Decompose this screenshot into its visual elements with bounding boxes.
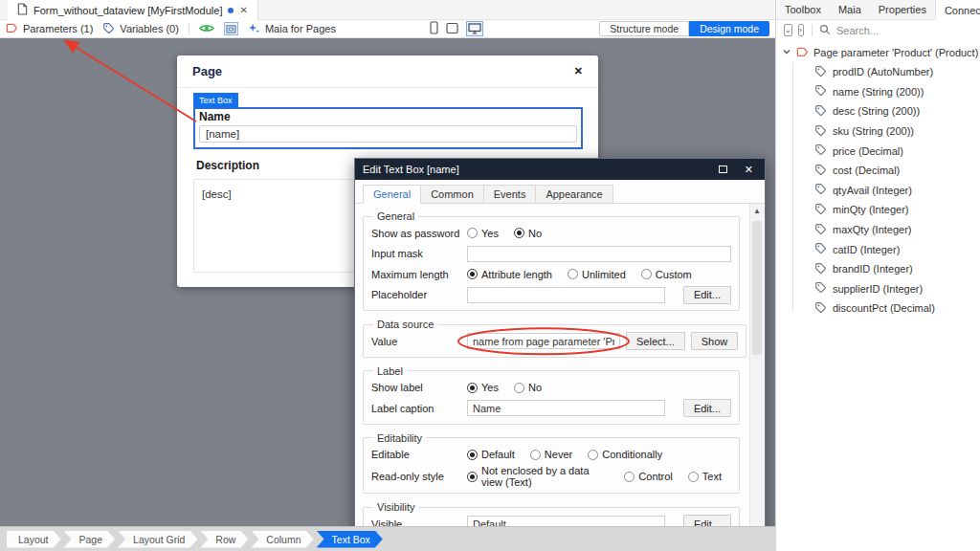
dock-tab-properties[interactable]: Properties bbox=[870, 0, 935, 19]
dialog-tab-bar: GeneralCommonEventsAppearance bbox=[355, 180, 765, 204]
tree-item-cost-decimal[interactable]: cost (Decimal) bbox=[776, 161, 980, 181]
breadcrumb-text-box[interactable]: Text Box bbox=[317, 531, 383, 548]
field-label-placeholder: Placeholder bbox=[371, 289, 467, 300]
radio-maximum-length-unlimited[interactable]: Unlimited bbox=[568, 269, 626, 280]
tab-close-icon[interactable]: ✕ bbox=[239, 5, 247, 15]
tree-root-page-parameter[interactable]: Page parameter 'Product' (Product) bbox=[776, 43, 980, 62]
page-editor-toolbar: Parameters (1) Variables (0) Maia for Pa… bbox=[0, 20, 775, 38]
field-row-placeholder: PlaceholderEdit... bbox=[371, 285, 731, 306]
field-control-label-caption: Edit... bbox=[467, 399, 731, 417]
textbox-widget[interactable]: Name [name] bbox=[193, 107, 583, 149]
radio-read-only-style-not-enclosed-by-a-data-view-text[interactable]: Not enclosed by a data view (Text) bbox=[467, 465, 609, 488]
breadcrumb-page[interactable]: Page bbox=[64, 531, 116, 548]
radio-read-only-style-control[interactable]: Control bbox=[624, 471, 672, 482]
design-mode-button[interactable]: Design mode bbox=[689, 21, 769, 36]
dialog-close-icon[interactable]: ✕ bbox=[745, 164, 753, 176]
dialog-titlebar[interactable]: Edit Text Box [name] ✕ bbox=[355, 159, 765, 180]
section-data-source: Data sourceValueSelect...Show bbox=[363, 319, 746, 358]
radio-read-only-style-text[interactable]: Text bbox=[688, 471, 722, 482]
field-label-show-as-password: Show as password bbox=[371, 228, 467, 239]
dialog-tab-common[interactable]: Common bbox=[420, 185, 484, 204]
search-input[interactable] bbox=[836, 25, 972, 36]
desktop-preview-icon-selected[interactable] bbox=[466, 21, 483, 36]
dialog-tab-appearance[interactable]: Appearance bbox=[535, 185, 612, 204]
radio-show-as-password-yes[interactable]: Yes bbox=[467, 228, 499, 239]
tree-item-name-string-200[interactable]: name (String (200)) bbox=[776, 82, 980, 102]
radio-maximum-length-attribute-length[interactable]: Attribute length bbox=[467, 269, 552, 280]
show-borders-toggle-icon[interactable] bbox=[224, 22, 238, 35]
tree-item-price-decimal[interactable]: price (Decimal) bbox=[776, 141, 980, 161]
radio-circle bbox=[467, 228, 478, 238]
structure-mode-button[interactable]: Structure mode bbox=[599, 21, 689, 36]
scrollbar-thumb[interactable] bbox=[752, 221, 762, 355]
select-button[interactable]: Select... bbox=[626, 332, 685, 350]
field-row-show-label: Show labelYesNo bbox=[371, 378, 731, 399]
radio-show-as-password-no[interactable]: No bbox=[514, 228, 542, 239]
breadcrumb-layout-grid[interactable]: Layout Grid bbox=[118, 531, 197, 548]
radio-circle bbox=[467, 472, 478, 482]
value-input[interactable] bbox=[467, 333, 620, 349]
visible-input[interactable] bbox=[467, 516, 665, 526]
edit-button[interactable]: Edit... bbox=[683, 399, 731, 417]
radio-editable-default[interactable]: Default bbox=[467, 449, 515, 460]
radio-label: No bbox=[528, 382, 542, 393]
radio-editable-never[interactable]: Never bbox=[530, 449, 572, 460]
radio-circle bbox=[568, 269, 578, 279]
tree-item-prodid-autonumber[interactable]: prodID (AutoNumber) bbox=[776, 62, 980, 82]
variables-button[interactable]: Variables (0) bbox=[102, 22, 179, 36]
page-close-icon[interactable]: ✕ bbox=[574, 65, 583, 77]
document-tab[interactable]: Form_without_dataview [MyFirstModule] ✕ bbox=[8, 0, 258, 20]
dialog-tab-events[interactable]: Events bbox=[483, 185, 537, 204]
radio-editable-conditionally[interactable]: Conditionally bbox=[588, 449, 662, 460]
edit-button[interactable]: Edit... bbox=[683, 515, 731, 526]
maximize-icon[interactable] bbox=[719, 165, 727, 173]
tree-item-maxqty-integer[interactable]: maxQty (Integer) bbox=[776, 220, 980, 240]
expand-all-icon[interactable]: ⌄ bbox=[784, 24, 792, 36]
tablet-preview-icon[interactable] bbox=[446, 22, 458, 36]
input-mask-input[interactable] bbox=[467, 246, 731, 262]
tree-item-qtyavail-integer[interactable]: qtyAvail (Integer) bbox=[776, 181, 980, 201]
parameters-button[interactable]: Parameters (1) bbox=[6, 22, 93, 36]
dialog-tab-general[interactable]: General bbox=[363, 185, 421, 204]
tree-item-label: price (Decimal) bbox=[833, 145, 903, 157]
page-title: Page bbox=[192, 64, 222, 78]
radio-label: Conditionally bbox=[602, 449, 662, 460]
textbox-value[interactable]: [name] bbox=[199, 125, 577, 143]
collapse-all-icon[interactable]: › bbox=[798, 24, 804, 36]
dock-tab-toolbox[interactable]: Toolbox bbox=[776, 0, 830, 19]
tree-item-brandid-integer[interactable]: brandID (Integer) bbox=[776, 259, 980, 279]
label-caption-input[interactable] bbox=[467, 400, 665, 416]
phone-preview-icon[interactable] bbox=[430, 21, 438, 36]
radio-show-label-no[interactable]: No bbox=[514, 382, 542, 393]
variables-label: Variables (0) bbox=[120, 23, 179, 34]
field-label-input-mask: Input mask bbox=[371, 248, 467, 259]
breadcrumb-layout[interactable]: Layout bbox=[7, 531, 61, 548]
tree-item-sku-string-200[interactable]: sku (String (200)) bbox=[776, 121, 980, 142]
attribute-tag-icon bbox=[814, 183, 827, 197]
scroll-up-icon[interactable]: ▲ bbox=[750, 204, 764, 215]
attribute-tag-icon bbox=[814, 262, 827, 276]
radio-maximum-length-custom[interactable]: Custom bbox=[641, 269, 692, 280]
dialog-scrollbar[interactable]: ▲ bbox=[749, 204, 764, 526]
tree-item-discountpct-decimal[interactable]: discountPct (Decimal) bbox=[776, 298, 980, 319]
breadcrumb-row[interactable]: Row bbox=[200, 531, 248, 548]
tree-item-catid-integer[interactable]: catID (Integer) bbox=[776, 239, 980, 259]
tree-item-desc-string-200[interactable]: desc (String (200)) bbox=[776, 101, 980, 121]
dock-tab-maia[interactable]: Maia bbox=[830, 0, 870, 19]
radio-circle bbox=[514, 383, 524, 393]
dock-tab-connector[interactable]: Connector bbox=[935, 0, 980, 20]
radio-circle bbox=[514, 228, 524, 238]
maia-for-pages-button[interactable]: Maia for Pages bbox=[248, 22, 336, 36]
radio-label: Yes bbox=[481, 382, 499, 393]
preview-eye-icon[interactable] bbox=[199, 23, 214, 35]
radio-show-label-yes[interactable]: Yes bbox=[467, 382, 499, 393]
tree-item-minqty-integer[interactable]: minQty (Integer) bbox=[776, 200, 980, 220]
edit-button[interactable]: Edit... bbox=[683, 286, 731, 304]
tree-root-label: Page parameter 'Product' (Product) bbox=[813, 47, 978, 58]
tree-item-supplierid-integer[interactable]: supplierID (Integer) bbox=[776, 279, 980, 299]
placeholder-input[interactable] bbox=[467, 287, 665, 303]
show-button[interactable]: Show bbox=[691, 332, 739, 350]
chevron-down-icon[interactable] bbox=[782, 47, 791, 58]
breadcrumb-column[interactable]: Column bbox=[251, 531, 313, 548]
radio-label: Custom bbox=[656, 269, 692, 280]
